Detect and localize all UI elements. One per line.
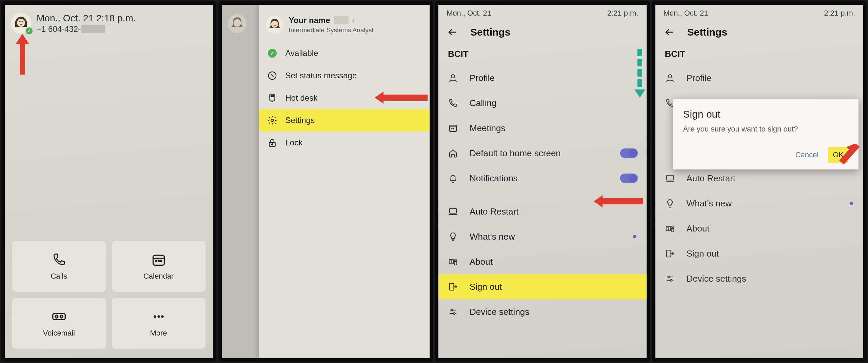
svg-point-35 [451, 309, 453, 311]
laptop-icon [665, 173, 675, 183]
annotation-arrow-signout [594, 195, 643, 207]
tile-calendar[interactable]: Calendar [112, 241, 205, 292]
settings-meetings[interactable]: Meetings [438, 116, 647, 141]
svg-point-22 [271, 119, 274, 122]
svg-point-25 [451, 75, 455, 78]
settings-notifications-label: Notifications [470, 173, 518, 184]
svg-point-11 [157, 315, 160, 318]
settings-about-label: About [687, 223, 710, 234]
menu-available-label: Available [285, 48, 318, 58]
svg-point-29 [453, 128, 454, 129]
back-button[interactable] [664, 26, 675, 38]
redacted-name [334, 16, 349, 24]
back-button[interactable] [447, 26, 458, 38]
sliders-icon [665, 274, 675, 284]
home-datetime: Mon., Oct. 21 2:18 p.m. [37, 13, 136, 24]
toggle-notifications[interactable] [620, 174, 638, 183]
svg-point-5 [158, 260, 159, 262]
svg-point-4 [155, 260, 157, 262]
menu-available[interactable]: Available [259, 42, 430, 64]
dialog-cancel-button[interactable]: Cancel [791, 147, 823, 163]
home-phone-number: +1 604-432- [37, 24, 136, 34]
menu-set-status[interactable]: Set status message [259, 64, 430, 87]
sign-out-icon [448, 282, 458, 292]
panel-profile-menu: Your name › Intermediate Systems Analyst… [218, 1, 433, 362]
sliders-icon [448, 307, 458, 317]
annotation-arrow-ok [823, 144, 860, 181]
svg-point-32 [455, 259, 456, 261]
svg-point-37 [453, 313, 455, 315]
phone-icon [52, 252, 66, 267]
status-time: 2:21 p.m. [607, 9, 638, 18]
tile-voicemail[interactable]: Voicemail [12, 298, 106, 349]
tile-calendar-label: Calendar [143, 272, 174, 281]
user-name-row[interactable]: Your name › [289, 16, 374, 25]
drawer-avatar[interactable] [266, 16, 283, 34]
profile-drawer: Your name › Intermediate Systems Analyst… [259, 5, 430, 358]
menu-lock[interactable]: Lock [259, 132, 430, 154]
section-bcit: BCIT [655, 47, 864, 65]
svg-point-46 [670, 280, 672, 281]
settings-default-home-label: Default to home screen [470, 148, 561, 159]
settings-device-settings[interactable]: Device settings [438, 299, 647, 324]
status-date: Mon., Oct. 21 [664, 9, 708, 18]
menu-settings[interactable]: Settings [259, 109, 430, 132]
svg-marker-13 [16, 34, 29, 75]
settings-auto-restart-label: Auto Restart [470, 206, 519, 217]
settings-device-settings-label: Device settings [687, 274, 746, 284]
section-bcit: BCIT [438, 47, 647, 65]
settings-device-settings-label: Device settings [470, 307, 529, 317]
calendar-icon [151, 252, 166, 267]
menu-settings-label: Settings [285, 116, 315, 125]
bulb-icon [448, 231, 458, 242]
menu-set-status-label: Set status message [285, 71, 357, 80]
settings-about[interactable]: About [438, 249, 647, 274]
settings-title: Settings [687, 26, 727, 38]
meetings-icon [448, 123, 458, 133]
teams-icon [448, 257, 458, 267]
svg-point-24 [272, 144, 273, 145]
home-icon [448, 148, 458, 158]
settings-sign-out-label: Sign out [687, 248, 719, 259]
bulb-icon [665, 198, 675, 208]
toggle-default-home[interactable] [620, 148, 638, 158]
status-time: 2:21 p.m. [824, 9, 855, 18]
svg-point-6 [160, 260, 162, 262]
tile-more[interactable]: More [112, 298, 205, 349]
settings-sign-out[interactable]: Sign out [438, 274, 647, 299]
user-role: Intermediate Systems Analyst [289, 26, 374, 34]
annotation-arrow-settings [375, 92, 428, 104]
user-name: Your name [289, 16, 330, 25]
phone-icon [448, 98, 458, 108]
settings-sign-out-label: Sign out [470, 282, 502, 292]
lock-icon [267, 138, 277, 148]
tile-calls[interactable]: Calls [12, 241, 106, 292]
settings-profile-label: Profile [470, 73, 495, 83]
more-icon [151, 309, 166, 324]
new-indicator-dot [850, 202, 853, 205]
svg-point-12 [161, 315, 163, 318]
chevron-right-icon: › [352, 17, 354, 24]
settings-whats-new-label: What's new [687, 198, 732, 209]
settings-about: About [655, 216, 864, 241]
settings-calling[interactable]: Calling [438, 90, 647, 116]
settings-device-settings: Device settings [655, 266, 864, 291]
settings-profile: Profile [655, 65, 864, 90]
svg-rect-30 [450, 208, 456, 213]
new-indicator-dot [633, 235, 636, 238]
bell-icon [448, 173, 458, 183]
laptop-icon [448, 206, 458, 217]
settings-whats-new[interactable]: What's new [438, 224, 647, 249]
svg-rect-20 [271, 96, 274, 97]
status-date: Mon., Oct. 21 [447, 9, 491, 18]
settings-sign-out: Sign out [655, 241, 864, 266]
settings-notifications[interactable]: Notifications [438, 166, 647, 191]
profile-icon [665, 73, 675, 83]
settings-auto-restart-label: Auto Restart [687, 173, 736, 184]
edit-status-icon [267, 70, 277, 81]
settings-profile[interactable]: Profile [438, 65, 647, 90]
settings-whats-new-label: What's new [470, 231, 515, 242]
settings-default-home[interactable]: Default to home screen [438, 141, 647, 166]
user-avatar[interactable] [11, 13, 31, 34]
bg-avatar [228, 14, 246, 33]
